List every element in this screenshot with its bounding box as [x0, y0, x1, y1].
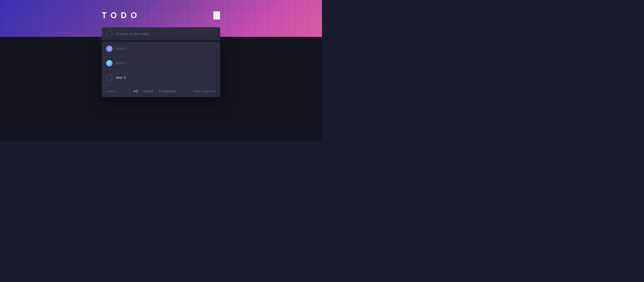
svg-line-7	[215, 16, 215, 17]
sun-icon	[214, 12, 220, 18]
checkmark-icon: ✓	[108, 61, 111, 65]
app-title: TODO	[102, 11, 141, 20]
todo-item[interactable]: ✓ test 2	[102, 56, 220, 71]
todo-text-1: test 1	[116, 46, 126, 51]
todo-item[interactable]: ✓ test 1	[102, 41, 220, 56]
todo-text-2: test 2	[116, 61, 126, 65]
filter-buttons: All Active Completed	[132, 89, 177, 93]
todo-list: ✓ test 1 ✓ test 2 test 3 3 items All	[102, 41, 220, 97]
header-row: TODO	[102, 11, 220, 20]
new-todo-container	[102, 27, 220, 41]
items-count: 3 items	[106, 90, 116, 93]
new-todo-input[interactable]	[116, 32, 216, 36]
svg-line-3	[215, 13, 215, 13]
filter-completed-button[interactable]: Completed	[158, 89, 177, 93]
todo-text-3: test 3	[116, 75, 126, 80]
svg-line-4	[218, 16, 219, 17]
svg-point-0	[216, 14, 218, 16]
filter-active-button[interactable]: Active	[142, 89, 154, 93]
todo-checkbox-3[interactable]	[106, 75, 112, 81]
todo-footer: 3 items All Active Completed Clear Compl…	[102, 85, 220, 97]
main-content: TODO	[0, 0, 322, 97]
new-todo-checkbox[interactable]	[106, 31, 112, 37]
filter-all-button[interactable]: All	[132, 89, 139, 93]
todo-item[interactable]: test 3	[102, 71, 220, 85]
clear-completed-button[interactable]: Clear Completed	[193, 90, 216, 93]
checkmark-icon: ✓	[108, 47, 111, 50]
page-wrapper: TODO	[0, 0, 322, 141]
theme-toggle-button[interactable]	[213, 11, 220, 20]
todo-checkbox-1[interactable]: ✓	[106, 46, 112, 52]
todo-checkbox-2[interactable]: ✓	[106, 60, 112, 66]
svg-line-8	[218, 13, 219, 13]
